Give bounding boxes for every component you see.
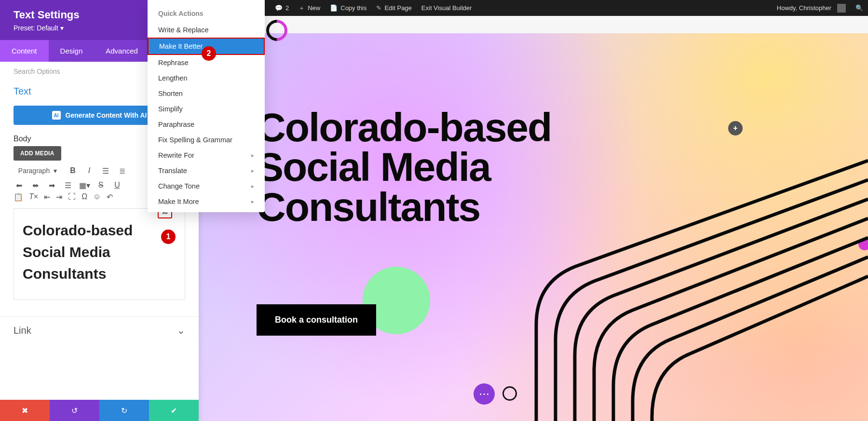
- ai-icon: AI: [52, 111, 61, 120]
- quick-action-label: Make It More: [158, 198, 199, 205]
- quick-actions-menu[interactable]: Quick Actions Write & ReplaceMake It Bet…: [148, 0, 265, 212]
- cta-button[interactable]: Book a consultation: [257, 304, 376, 336]
- panel-undo-button[interactable]: ↺: [50, 400, 99, 421]
- underline-button[interactable]: U: [112, 180, 122, 190]
- fullscreen-button[interactable]: ⛶: [68, 192, 76, 202]
- align-left-button[interactable]: ⬅: [14, 180, 24, 190]
- quick-action-label: Translate: [158, 167, 187, 175]
- strike-button[interactable]: S: [95, 180, 106, 190]
- quick-action-item[interactable]: Paraphrase: [148, 117, 265, 132]
- quick-action-label: Simplify: [158, 105, 183, 113]
- admin-comments[interactable]: 💬 2: [270, 0, 294, 16]
- quick-action-item[interactable]: Fix Spelling & Grammar: [148, 132, 265, 148]
- plus-icon: ＋: [298, 4, 305, 13]
- link-section[interactable]: Link ⌄: [0, 316, 199, 344]
- search-icon: 🔍: [855, 4, 863, 12]
- admin-edit-page[interactable]: ✎ Edit Page: [371, 0, 416, 16]
- check-icon: ✔: [171, 406, 177, 415]
- quick-action-label: Fix Spelling & Grammar: [158, 136, 232, 144]
- preset-label: Preset: Default: [14, 24, 58, 32]
- chevron-right-icon: ▸: [251, 152, 254, 159]
- align-right-button[interactable]: ➡: [46, 180, 57, 190]
- tab-advanced[interactable]: Advanced: [94, 40, 149, 62]
- avatar: [837, 4, 846, 13]
- exit-vb-label: Exit Visual Builder: [421, 4, 472, 12]
- decorative-magenta-dot: [858, 238, 868, 250]
- indent-button[interactable]: ⇥: [56, 192, 62, 202]
- quick-action-item[interactable]: Translate▸: [148, 163, 265, 178]
- quick-action-label: Paraphrase: [158, 121, 194, 128]
- bold-button[interactable]: B: [68, 165, 78, 176]
- page-headline[interactable]: Colorado-based Social Media Consultants: [257, 108, 565, 227]
- quick-action-item[interactable]: Make It More▸: [148, 194, 265, 209]
- paste-button[interactable]: 📋: [14, 192, 23, 202]
- table-button[interactable]: ▦▾: [79, 180, 90, 190]
- link-label: Link: [14, 325, 31, 336]
- chevron-down-icon: ▾: [54, 167, 57, 175]
- add-section-button[interactable]: +: [728, 121, 743, 136]
- quick-action-label: Shorten: [158, 90, 183, 97]
- quick-action-label: Lengthen: [158, 74, 187, 82]
- align-justify-button[interactable]: ☰: [63, 180, 73, 190]
- panel-redo-button[interactable]: ↻: [99, 400, 149, 421]
- quick-action-item[interactable]: Change Tone▸: [148, 178, 265, 194]
- tab-content[interactable]: Content: [0, 40, 49, 62]
- quick-action-item[interactable]: Write & Replace: [148, 22, 265, 38]
- builder-fab[interactable]: ⋯: [474, 383, 495, 405]
- align-center-button[interactable]: ⬌: [30, 180, 41, 190]
- decorative-ring: [502, 386, 517, 401]
- copy-icon: 📄: [330, 4, 338, 12]
- clear-format-button[interactable]: T×: [29, 192, 38, 202]
- editor-content[interactable]: Colorado-based Social Media Consultants: [23, 219, 176, 285]
- search-options[interactable]: Search Options: [14, 68, 60, 75]
- chevron-down-icon: ⌄: [177, 325, 185, 336]
- quick-actions-header: Quick Actions: [148, 6, 265, 22]
- annotation-callout-1: 1: [161, 230, 176, 244]
- tab-design[interactable]: Design: [49, 40, 95, 62]
- ul-button[interactable]: ☰: [100, 165, 111, 176]
- quick-action-label: Write & Replace: [158, 26, 209, 34]
- plus-icon: +: [733, 124, 737, 133]
- quick-action-label: Make It Better: [159, 42, 203, 50]
- greeting-text: Howdy, Christopher: [777, 4, 831, 12]
- rich-text-editor[interactable]: AI Colorado-based Social Media Consultan…: [14, 208, 185, 300]
- italic-button[interactable]: I: [84, 165, 95, 176]
- paragraph-select[interactable]: Paragraph ▾: [14, 165, 62, 176]
- redo-icon: ↻: [121, 406, 127, 415]
- pencil-icon: ✎: [376, 4, 381, 12]
- ellipsis-icon: ⋯: [479, 388, 489, 400]
- chevron-right-icon: ▸: [251, 167, 254, 174]
- emoji-button[interactable]: ☺: [93, 192, 101, 202]
- chevron-right-icon: ▸: [251, 183, 254, 190]
- admin-copy[interactable]: 📄 Copy this: [325, 0, 371, 16]
- ol-button[interactable]: ≣: [117, 165, 127, 176]
- special-char-button[interactable]: Ω: [81, 192, 87, 202]
- admin-search[interactable]: 🔍: [851, 0, 868, 16]
- comments-count: 2: [285, 4, 289, 12]
- quick-action-item[interactable]: Lengthen: [148, 70, 265, 86]
- quick-action-label: Change Tone: [158, 182, 200, 190]
- undo-button[interactable]: ↶: [107, 192, 113, 202]
- quick-action-item[interactable]: Rewrite For▸: [148, 148, 265, 163]
- admin-new[interactable]: ＋ New: [294, 0, 325, 16]
- preset-dropdown[interactable]: Preset: Default ▾: [14, 24, 64, 32]
- admin-greeting[interactable]: Howdy, Christopher: [772, 0, 851, 16]
- close-icon: ✖: [22, 406, 28, 415]
- save-button[interactable]: ✔: [149, 400, 199, 421]
- add-media-button[interactable]: ADD MEDIA: [14, 146, 61, 161]
- annotation-callout-2: 2: [202, 46, 216, 61]
- copy-label: Copy this: [340, 4, 366, 12]
- new-label: New: [308, 4, 320, 12]
- chevron-down-icon: ▾: [60, 24, 64, 32]
- canvas-topstrip: [199, 16, 868, 33]
- quick-action-item[interactable]: Shorten: [148, 86, 265, 101]
- comment-icon: 💬: [275, 4, 283, 12]
- quick-action-item[interactable]: Simplify: [148, 101, 265, 117]
- quick-action-label: Rephrase: [158, 59, 189, 67]
- cancel-button[interactable]: ✖: [0, 400, 50, 421]
- outdent-button[interactable]: ⇤: [44, 192, 50, 202]
- quick-action-label: Rewrite For: [158, 151, 194, 159]
- exit-visual-builder[interactable]: Exit Visual Builder: [417, 0, 477, 16]
- paragraph-label: Paragraph: [18, 167, 50, 175]
- chevron-right-icon: ▸: [251, 198, 254, 205]
